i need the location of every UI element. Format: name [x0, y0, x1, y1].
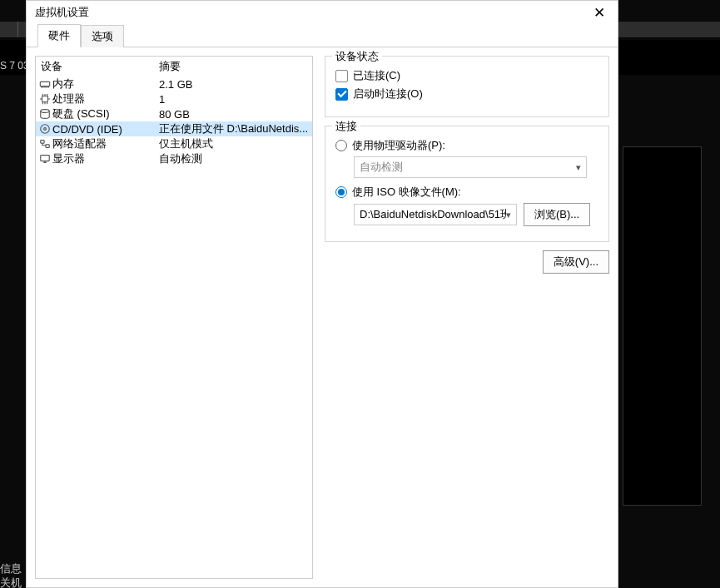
col-device: 设备	[41, 59, 159, 74]
bg-tab-label: S 7 03	[0, 60, 29, 72]
use-iso-label: 使用 ISO 映像文件(M):	[352, 185, 461, 200]
connected-checkbox[interactable]	[335, 70, 348, 82]
chevron-down-icon: ▾	[576, 162, 581, 173]
svg-point-2	[41, 110, 50, 113]
device-summary: 仅主机模式	[159, 136, 312, 151]
device-label: 网络适配器	[52, 136, 159, 151]
tab-options[interactable]: 选项	[81, 25, 124, 47]
connect-on-start-checkbox[interactable]	[335, 88, 348, 101]
svg-rect-1	[42, 96, 48, 102]
device-label: 硬盘 (SCSI)	[52, 106, 159, 121]
device-list-header: 设备 摘要	[36, 57, 312, 77]
svg-rect-0	[40, 82, 49, 86]
physical-drive-value: 自动检测	[360, 160, 403, 175]
tab-hardware[interactable]: 硬件	[37, 24, 81, 47]
device-summary: 2.1 GB	[159, 78, 312, 91]
advanced-button[interactable]: 高级(V)...	[543, 250, 609, 274]
network-icon	[37, 137, 52, 151]
device-summary: 正在使用文件 D:\BaiduNetdis...	[159, 121, 312, 136]
use-physical-radio[interactable]	[335, 140, 347, 151]
dialog-content: 设备 摘要 内存 2.1 GB 处理器 1	[27, 47, 618, 587]
tabstrip: 硬件 选项	[27, 24, 618, 47]
device-summary: 1	[159, 93, 312, 106]
bg-thumb-lower	[623, 146, 702, 506]
device-label: 处理器	[52, 91, 159, 106]
device-row-display[interactable]: 显示器 自动检测	[36, 151, 312, 166]
device-label: 显示器	[52, 151, 159, 166]
browse-button[interactable]: 浏览(B)...	[524, 203, 590, 226]
close-icon: ✕	[593, 6, 605, 20]
cd-icon	[37, 122, 52, 136]
svg-rect-5	[41, 141, 44, 144]
dialog-title: 虚拟机设置	[35, 5, 588, 20]
col-summary: 摘要	[159, 59, 312, 74]
right-panel: 设备状态 已连接(C) 启动时连接(O) 连接 使用物理驱动器(P):	[325, 56, 609, 579]
device-label: 内存	[52, 77, 159, 91]
connect-on-start-label: 启动时连接(O)	[353, 86, 423, 101]
bg-text-info: 信息	[0, 561, 22, 576]
svg-rect-6	[46, 145, 49, 148]
close-button[interactable]: ✕	[588, 3, 611, 22]
device-summary: 80 GB	[159, 108, 312, 121]
svg-point-4	[44, 128, 47, 131]
physical-drive-select[interactable]: 自动检测 ▾	[354, 156, 587, 178]
use-physical-label: 使用物理驱动器(P):	[352, 138, 445, 153]
device-list: 设备 摘要 内存 2.1 GB 处理器 1	[35, 56, 313, 579]
display-icon	[37, 152, 52, 166]
cpu-icon	[37, 92, 52, 106]
titlebar: 虚拟机设置 ✕	[27, 1, 618, 24]
device-row-memory[interactable]: 内存 2.1 GB	[36, 77, 312, 91]
svg-rect-7	[41, 156, 50, 161]
device-summary: 自动检测	[159, 151, 312, 166]
iso-path-value: D:\BaiduNetdiskDownload\51班	[360, 207, 506, 222]
iso-path-select[interactable]: D:\BaiduNetdiskDownload\51班 ▾	[354, 204, 517, 225]
connected-label: 已连接(C)	[353, 68, 400, 83]
bg-text-shutdown: 关机	[0, 576, 22, 588]
memory-icon	[37, 77, 52, 91]
device-row-network[interactable]: 网络适配器 仅主机模式	[36, 136, 312, 151]
chevron-down-icon: ▾	[506, 210, 511, 220]
disk-icon	[37, 107, 52, 121]
device-row-disk[interactable]: 硬盘 (SCSI) 80 GB	[36, 106, 312, 121]
svg-point-3	[41, 125, 50, 134]
use-iso-radio[interactable]	[335, 186, 347, 198]
device-row-cpu[interactable]: 处理器 1	[36, 91, 312, 106]
device-status-legend: 设备状态	[332, 49, 382, 64]
connection-legend: 连接	[332, 119, 360, 134]
connection-group: 连接 使用物理驱动器(P): 自动检测 ▾ 使用 ISO 映像文件(M):	[325, 126, 609, 242]
vm-settings-dialog: 虚拟机设置 ✕ 硬件 选项 设备 摘要 内存 2.1 GB	[26, 0, 618, 588]
device-label: CD/DVD (IDE)	[52, 123, 159, 136]
device-row-cd[interactable]: CD/DVD (IDE) 正在使用文件 D:\BaiduNetdis...	[36, 121, 312, 136]
device-status-group: 设备状态 已连接(C) 启动时连接(O)	[325, 56, 609, 117]
